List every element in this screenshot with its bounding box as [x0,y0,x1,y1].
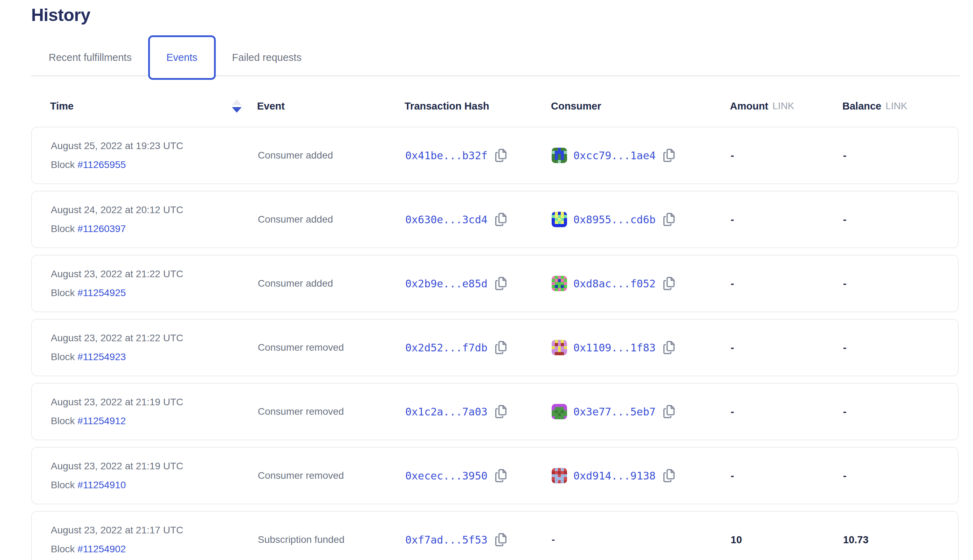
copy-consumer-address-button[interactable] [663,277,675,290]
balance-unit-label: LINK [885,100,907,112]
block-label: Block [51,223,77,234]
consumer-address-link[interactable]: 0xd914...9138 [573,470,656,482]
copy-consumer-address-button[interactable] [663,405,675,418]
consumer-address-link[interactable]: 0xd8ac...f052 [573,278,656,290]
history-page: History Recent fulfillments Events Faile… [31,0,959,560]
block-number-link[interactable]: #11254923 [77,352,126,362]
copy-transaction-hash-button[interactable] [495,340,507,355]
copy-transaction-hash-button[interactable] [495,468,507,483]
time-cell: August 23, 2022 at 21:22 UTC Block #1125… [32,269,258,298]
transaction-hash-link[interactable]: 0x2b9e...e85d [405,278,488,290]
copy-icon [663,148,675,162]
consumer-empty-value: - [552,534,555,545]
block-label: Block [51,480,77,490]
copy-icon [663,212,675,227]
copy-transaction-hash-button[interactable] [495,212,507,227]
sort-down-arrow-icon [232,107,242,113]
copy-consumer-address-button[interactable] [663,468,675,483]
copy-transaction-hash-button[interactable] [495,405,507,418]
block-label: Block [51,543,77,554]
transaction-hash-cell: 0xecec...3950 [405,468,552,483]
time-cell: August 23, 2022 at 21:22 UTC Block #1125… [32,333,258,362]
consumer-address-link[interactable]: 0x3e77...5eb7 [573,406,656,418]
column-header-transaction-hash: Transaction Hash [405,100,551,112]
block-label: Block [51,352,77,362]
event-type-cell: Consumer removed [258,470,405,481]
column-header-amount: Amount LINK [730,100,843,112]
copy-transaction-hash-button[interactable] [495,277,507,290]
block-line: Block #11254925 [51,288,258,298]
consumer-avatar [552,148,567,163]
copy-icon [495,148,507,162]
transaction-hash-link[interactable]: 0x41be...b32f [405,150,488,162]
transaction-hash-link[interactable]: 0x2d52...f7db [405,342,488,354]
transaction-hash-link[interactable]: 0x630e...3cd4 [405,213,488,226]
sort-up-arrow-icon [232,99,242,105]
block-number-link[interactable]: #11265955 [77,159,126,170]
event-timestamp: August 23, 2022 at 21:22 UTC [51,269,258,279]
block-number-link[interactable]: #11254925 [77,287,126,298]
transaction-hash-link[interactable]: 0xecec...3950 [405,470,488,482]
event-type-cell: Subscription funded [258,534,405,545]
tab-events[interactable]: Events [148,35,216,80]
consumer-cell: - [552,534,731,545]
tabs: Recent fulfillments Events Failed reques… [31,35,959,80]
balance-cell: - [843,342,958,353]
block-label: Block [51,287,77,298]
consumer-cell: 0xcc79...1ae4 [552,148,731,163]
block-line: Block #11254902 [51,544,258,554]
sort-descending-icon[interactable] [232,99,242,113]
transaction-hash-cell: 0x2b9e...e85d [405,277,552,290]
event-row: August 24, 2022 at 20:12 UTC Block #1126… [31,191,959,248]
tab-bar: Recent fulfillments Events Failed reques… [31,35,959,80]
event-type-cell: Consumer removed [258,342,405,353]
balance-cell: - [843,214,958,225]
consumer-address-link[interactable]: 0x8955...cd6b [573,213,656,226]
block-line: Block #11254910 [51,480,258,490]
amount-cell: - [731,342,843,353]
consumer-cell: 0x8955...cd6b [552,212,731,227]
column-header-time[interactable]: Time [31,99,257,113]
consumer-address-link[interactable]: 0xcc79...1ae4 [573,150,656,162]
consumer-avatar [552,340,567,355]
balance-cell: 10.73 [843,534,958,546]
tab-failed-requests[interactable]: Failed requests [232,35,302,80]
copy-icon [495,212,507,227]
copy-transaction-hash-button[interactable] [495,533,507,547]
copy-consumer-address-button[interactable] [663,212,675,227]
copy-icon [663,405,675,418]
tab-recent-fulfillments[interactable]: Recent fulfillments [48,35,132,80]
table-header: Time Event Transaction Hash Consumer Amo… [31,99,959,113]
block-number-link[interactable]: #11254902 [77,543,126,554]
copy-consumer-address-button[interactable] [663,148,675,162]
event-timestamp: August 24, 2022 at 20:12 UTC [51,205,258,215]
event-timestamp: August 23, 2022 at 21:22 UTC [51,333,258,343]
event-timestamp: August 23, 2022 at 21:19 UTC [51,397,258,407]
copy-icon [495,468,507,483]
column-header-event: Event [257,100,405,112]
copy-icon [495,340,507,355]
amount-unit-label: LINK [772,100,794,112]
transaction-hash-link[interactable]: 0x1c2a...7a03 [405,406,488,418]
time-cell: August 24, 2022 at 20:12 UTC Block #1126… [32,205,258,234]
block-label: Block [51,159,77,170]
block-number-link[interactable]: #11260397 [77,223,126,234]
transaction-hash-cell: 0x630e...3cd4 [405,212,552,227]
amount-cell: 10 [731,534,843,546]
page-title: History [31,6,959,25]
transaction-hash-link[interactable]: 0xf7ad...5f53 [405,534,488,546]
block-number-link[interactable]: #11254910 [77,480,126,490]
copy-transaction-hash-button[interactable] [495,148,507,162]
block-number-link[interactable]: #11254912 [77,415,126,426]
consumer-address-link[interactable]: 0x1109...1f83 [573,342,656,354]
block-line: Block #11254923 [51,352,258,362]
block-line: Block #11260397 [51,223,258,234]
copy-consumer-address-button[interactable] [663,340,675,355]
consumer-cell: 0x1109...1f83 [552,340,731,355]
consumer-avatar [552,212,567,227]
copy-icon [495,533,507,547]
copy-icon [663,340,675,355]
transaction-hash-cell: 0x41be...b32f [405,148,552,162]
consumer-cell: 0x3e77...5eb7 [552,404,731,419]
event-type-cell: Consumer removed [258,406,405,417]
